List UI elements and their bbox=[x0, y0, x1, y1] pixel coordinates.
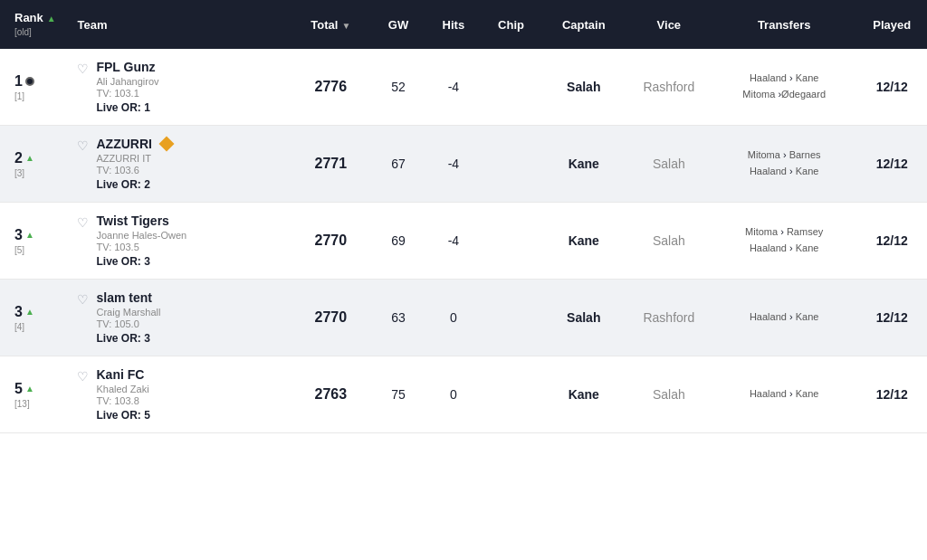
rank-number: 5▲ bbox=[14, 381, 62, 397]
favorite-heart-icon[interactable]: ♡ bbox=[77, 62, 89, 76]
vice-cell: Rashford bbox=[626, 280, 712, 356]
vice-cell: Salah bbox=[626, 126, 712, 203]
played-cell: 12/12 bbox=[856, 280, 927, 356]
gw-cell: 69 bbox=[371, 203, 426, 280]
team-cell: ♡ AZZURRI AZZURRI IT TV: 103.6 Live OR: … bbox=[70, 126, 291, 203]
captain-header[interactable]: Captain bbox=[541, 0, 626, 49]
team-owner: Ali Jahangirov bbox=[96, 76, 158, 87]
rank-old: [3] bbox=[14, 168, 62, 178]
team-tv: TV: 105.0 bbox=[96, 318, 160, 329]
verified-icon bbox=[158, 137, 174, 152]
transfer-line1: Mitoma › Ramsey bbox=[719, 224, 850, 241]
captain-cell: Kane bbox=[541, 126, 626, 203]
vice-cell: Salah bbox=[626, 203, 712, 280]
rank-number: 1 bbox=[14, 73, 62, 90]
played-cell: 12/12 bbox=[856, 356, 927, 433]
played-header[interactable]: Played bbox=[856, 0, 927, 49]
rank-cell: 3▲ [5] bbox=[0, 203, 70, 280]
favorite-heart-icon[interactable]: ♡ bbox=[77, 138, 89, 153]
team-tv: TV: 103.8 bbox=[96, 395, 149, 406]
team-owner: AZZURRI IT bbox=[96, 153, 171, 164]
rank-up-icon: ▲ bbox=[25, 153, 34, 163]
team-live-or: Live OR: 1 bbox=[96, 101, 158, 114]
total-sort-icon: ▼ bbox=[341, 21, 350, 31]
rank-number: 2▲ bbox=[14, 150, 62, 166]
team-cell: ♡ slam tent Craig Marshall TV: 105.0 Liv… bbox=[70, 280, 291, 356]
chip-cell bbox=[481, 203, 540, 280]
hits-cell: 0 bbox=[425, 356, 481, 433]
transfers-cell: Haaland › Kane bbox=[712, 280, 857, 356]
total-cell: 2770 bbox=[291, 203, 371, 280]
gw-cell: 52 bbox=[371, 49, 426, 126]
rank-old: [5] bbox=[14, 245, 62, 255]
captain-cell: Kane bbox=[541, 356, 626, 433]
total-cell: 2771 bbox=[291, 126, 371, 203]
rank-old: [13] bbox=[14, 399, 62, 409]
favorite-heart-icon[interactable]: ♡ bbox=[77, 215, 89, 230]
chip-cell bbox=[481, 280, 540, 356]
team-tv: TV: 103.1 bbox=[96, 88, 158, 99]
team-tv: TV: 103.5 bbox=[96, 242, 186, 252]
transfers-cell: Haaland › KaneMitoma ›Ødegaard bbox=[712, 49, 857, 126]
gw-cell: 67 bbox=[371, 126, 426, 203]
team-live-or: Live OR: 2 bbox=[96, 178, 171, 191]
rank-sort-icon: ▲ bbox=[47, 14, 56, 24]
rank-old: [4] bbox=[14, 322, 62, 332]
transfers-cell: Mitoma › RamseyHaaland › Kane bbox=[712, 203, 857, 280]
rank-cell: 5▲ [13] bbox=[0, 356, 70, 433]
hits-cell: 0 bbox=[425, 280, 481, 356]
favorite-heart-icon[interactable]: ♡ bbox=[77, 292, 89, 307]
rank-header[interactable]: Rank▲ [old] bbox=[0, 0, 70, 49]
rank-up-icon: ▲ bbox=[25, 384, 34, 394]
transfer-line2: Mitoma ›Ødegaard bbox=[719, 87, 850, 103]
rank-up-icon: ▲ bbox=[25, 307, 34, 317]
total-cell: 2763 bbox=[291, 356, 371, 433]
hits-cell: -4 bbox=[425, 126, 481, 203]
team-live-or: Live OR: 3 bbox=[96, 255, 186, 268]
team-name: FPL Gunz bbox=[96, 60, 158, 74]
team-name: AZZURRI bbox=[96, 137, 171, 151]
team-cell: ♡ Kani FC Khaled Zaki TV: 103.8 Live OR:… bbox=[70, 356, 291, 433]
total-cell: 2770 bbox=[291, 280, 371, 356]
captain-cell: Salah bbox=[541, 280, 626, 356]
rank-number: 3▲ bbox=[14, 304, 62, 320]
transfer-line1: Haaland › Kane bbox=[719, 71, 850, 87]
transfer-line1: Haaland › Kane bbox=[719, 309, 850, 326]
transfer-line2: Haaland › Kane bbox=[719, 241, 850, 257]
chip-header[interactable]: Chip bbox=[481, 0, 540, 49]
transfer-line1: Mitoma › Barnes bbox=[719, 147, 850, 164]
played-cell: 12/12 bbox=[856, 126, 927, 203]
transfers-cell: Haaland › Kane bbox=[712, 356, 857, 433]
gw-cell: 75 bbox=[371, 356, 426, 433]
transfers-header[interactable]: Transfers bbox=[712, 0, 857, 49]
team-name: slam tent bbox=[96, 290, 160, 305]
team-name: Twist Tigers bbox=[96, 214, 186, 228]
rank-up-icon: ▲ bbox=[25, 230, 34, 240]
team-owner: Craig Marshall bbox=[96, 307, 160, 318]
team-live-or: Live OR: 3 bbox=[96, 332, 160, 345]
vice-header[interactable]: Vice bbox=[626, 0, 712, 49]
gw-cell: 63 bbox=[371, 280, 426, 356]
hits-cell: -4 bbox=[425, 49, 481, 126]
team-cell: ♡ FPL Gunz Ali Jahangirov TV: 103.1 Live… bbox=[70, 49, 291, 126]
vice-cell: Salah bbox=[626, 356, 712, 433]
team-owner: Joanne Hales-Owen bbox=[96, 230, 186, 241]
team-tv: TV: 103.6 bbox=[96, 165, 171, 176]
hits-header[interactable]: Hits bbox=[425, 0, 481, 49]
total-header[interactable]: Total▼ bbox=[291, 0, 371, 49]
team-owner: Khaled Zaki bbox=[96, 384, 149, 394]
leaderboard-table: Rank▲ [old] Team Total▼ GW Hits Chip bbox=[0, 0, 927, 433]
played-cell: 12/12 bbox=[856, 203, 927, 280]
captain-cell: Kane bbox=[541, 203, 626, 280]
gw-header[interactable]: GW bbox=[371, 0, 426, 49]
team-live-or: Live OR: 5 bbox=[96, 409, 149, 422]
favorite-heart-icon[interactable]: ♡ bbox=[77, 369, 89, 384]
transfer-line2: Haaland › Kane bbox=[719, 164, 850, 180]
transfer-line1: Haaland › Kane bbox=[719, 386, 850, 403]
chip-cell bbox=[481, 126, 540, 203]
rank-old: [1] bbox=[14, 91, 62, 101]
rank-cell: 2▲ [3] bbox=[0, 126, 70, 203]
total-cell: 2776 bbox=[291, 49, 371, 126]
rank-cell: 3▲ [4] bbox=[0, 280, 70, 356]
chip-cell bbox=[481, 356, 540, 433]
